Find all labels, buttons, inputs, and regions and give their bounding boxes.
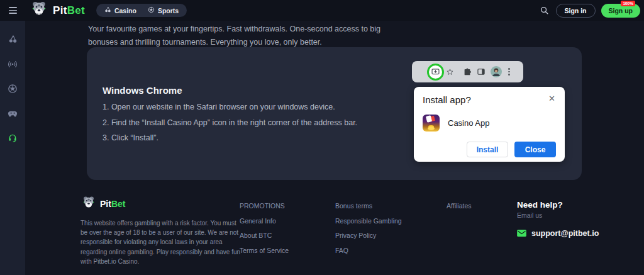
- app-name: Casino App: [448, 118, 490, 128]
- profile-avatar: [491, 66, 502, 77]
- support-email-link[interactable]: support@pitbet.io: [517, 228, 599, 239]
- browser-toolbar-illustration: [412, 61, 523, 82]
- header: PitBet Casino Sports Sign in Sign up: [0, 0, 644, 21]
- main-nav: Casino Sports: [96, 4, 187, 17]
- dialog-title: Install app?: [423, 94, 471, 105]
- card-title: Windows Chrome: [103, 85, 357, 96]
- kebab-menu-icon: [508, 68, 510, 76]
- search-icon[interactable]: [538, 4, 550, 16]
- footer-link-terms-of-service[interactable]: Terms of Service: [240, 247, 289, 254]
- footer-link-promotions[interactable]: PROMOTIONS: [240, 202, 289, 210]
- footer-links-column-2: Bonus terms Responsible Gambling Privacy…: [335, 202, 402, 254]
- install-step: 1. Open our website in the Safari browse…: [103, 103, 357, 111]
- footer-help-block: Need help? Email us support@pitbet.io: [517, 200, 599, 239]
- install-instructions-card: Windows Chrome 1. Open our website in th…: [87, 47, 582, 180]
- footer-links-column-3: Affiliates: [447, 202, 472, 210]
- dialog-close-icon[interactable]: ✕: [548, 94, 556, 103]
- cherries-icon: [8, 35, 18, 46]
- footer-link-about-btc[interactable]: About BTC: [240, 232, 289, 239]
- footer-link-affiliates[interactable]: Affiliates: [447, 202, 472, 210]
- gamepad-icon: [8, 108, 18, 120]
- nav-tab-sports[interactable]: Sports: [142, 4, 184, 17]
- footer-brand-name: PitBet: [100, 199, 125, 209]
- sidebar: [0, 21, 25, 275]
- footer-link-general-info[interactable]: General Info: [240, 217, 289, 225]
- nav-tab-casino[interactable]: Casino: [99, 4, 142, 17]
- install-highlight-ring: [427, 64, 444, 81]
- footer-link-faq[interactable]: FAQ: [335, 247, 402, 254]
- install-app-icon: [431, 67, 440, 77]
- footer-link-privacy-policy[interactable]: Privacy Policy: [335, 232, 402, 239]
- dialog-close-button[interactable]: Close: [514, 142, 556, 157]
- side-panel-icon: [477, 67, 486, 76]
- soccer-ball-icon: [148, 6, 155, 14]
- battery-indicator-badge: 100%: [621, 1, 635, 6]
- extensions-puzzle-icon: [463, 67, 472, 76]
- instructions: Windows Chrome 1. Open our website in th…: [103, 85, 357, 149]
- menu-icon[interactable]: [0, 0, 25, 21]
- cherries-icon: [104, 6, 111, 14]
- footer-brand-block: PitBet This website offers gambling with…: [80, 195, 242, 266]
- soccer-ball-icon: [8, 84, 18, 96]
- casino-app-icon: [423, 115, 440, 132]
- brand-name: PitBet: [53, 4, 85, 17]
- dialog-app-row: Casino App: [423, 115, 556, 132]
- nav-sports-label: Sports: [158, 7, 179, 14]
- footer-link-responsible-gambling[interactable]: Responsible Gambling: [335, 217, 402, 225]
- bulldog-logo-icon: [80, 195, 97, 213]
- footer-link-bonus-terms[interactable]: Bonus terms: [335, 202, 402, 210]
- sidebar-item-support[interactable]: [4, 130, 21, 147]
- dialog-install-button[interactable]: Install: [467, 142, 508, 157]
- support-email: support@pitbet.io: [531, 229, 599, 238]
- footer-logo[interactable]: PitBet: [80, 195, 242, 213]
- app-root: PitBet Casino Sports Sign in Sign up: [0, 0, 644, 275]
- sidebar-item-casino[interactable]: [4, 32, 21, 48]
- sidebar-item-sports[interactable]: [4, 81, 21, 98]
- envelope-icon: [517, 228, 526, 239]
- live-broadcast-icon: [8, 59, 18, 71]
- sidebar-item-games[interactable]: [4, 106, 21, 122]
- help-title: Need help?: [517, 200, 599, 210]
- footer-disclaimer: This website offers gambling with a risk…: [80, 218, 242, 266]
- bulldog-logo-icon: [29, 0, 49, 21]
- sign-in-button[interactable]: Sign in: [556, 4, 596, 18]
- footer-links-column-1: PROMOTIONS General Info About BTC Terms …: [240, 202, 289, 254]
- install-step: 2. Find the “Install Casino App” icon in…: [103, 118, 357, 127]
- brand-logo[interactable]: PitBet: [29, 0, 85, 21]
- install-app-dialog: Install app? ✕ Casino App Install Close: [414, 87, 565, 162]
- install-step: 3. Click “Install”.: [103, 133, 357, 142]
- help-subtitle: Email us: [517, 211, 599, 219]
- headset-icon: [8, 133, 18, 145]
- sidebar-item-live[interactable]: [4, 57, 21, 73]
- nav-casino-label: Casino: [114, 7, 136, 14]
- bookmark-star-icon: [446, 68, 454, 76]
- intro-text: Your favourite games at your fingertips.…: [88, 23, 412, 49]
